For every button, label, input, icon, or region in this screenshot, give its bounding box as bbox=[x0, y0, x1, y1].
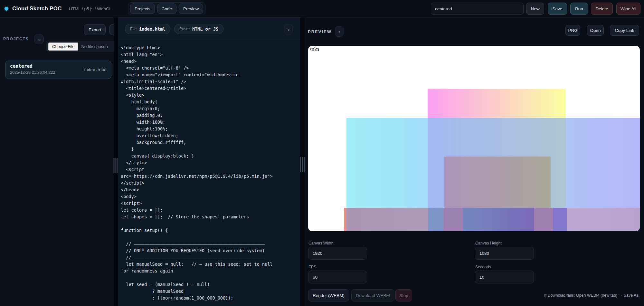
file-upload-control: Choose File No file chosen bbox=[46, 41, 114, 52]
download-fallback-note: If Download fails: Open WEBM (new tab) →… bbox=[544, 293, 639, 298]
preview-panel: PREVIEW › PNG Open Copy Link \n\n Canvas… bbox=[305, 17, 644, 306]
choose-file-button[interactable]: Choose File bbox=[48, 43, 78, 51]
drag-grip-icon bbox=[300, 157, 305, 172]
tab-projects[interactable]: Projects bbox=[130, 4, 155, 14]
fps-input[interactable] bbox=[308, 271, 367, 283]
paste-tab-value: HTML or JS bbox=[192, 26, 218, 32]
seconds-input[interactable] bbox=[475, 271, 534, 283]
project-name-input[interactable] bbox=[431, 3, 524, 15]
paste-tab-label: Paste bbox=[179, 27, 190, 31]
tab-preview[interactable]: Preview bbox=[179, 4, 203, 14]
save-button[interactable]: Save bbox=[548, 3, 567, 15]
drag-grip-icon bbox=[114, 158, 118, 173]
fps-label: FPS bbox=[308, 265, 316, 269]
stop-button[interactable]: Stop bbox=[395, 289, 412, 301]
project-list-item[interactable]: centered 2025-12-28 21:26:04.222 index.h… bbox=[5, 61, 111, 79]
projects-sidebar: Export Import PROJECTS ‹ Choose File No … bbox=[0, 17, 114, 306]
wipe-all-button[interactable]: Wipe All bbox=[616, 3, 640, 15]
projects-heading: PROJECTS bbox=[3, 37, 29, 41]
file-tab[interactable]: File index.html bbox=[125, 24, 170, 34]
canvas-height-label: Canvas Height bbox=[475, 241, 502, 245]
canvas-shape-strip-seg-4 bbox=[463, 208, 534, 231]
app-root: Cloud Sketch POC HTML / p5.js / WebGL Pr… bbox=[0, 0, 644, 306]
sidebar-collapse-button[interactable]: ‹ bbox=[34, 34, 44, 44]
chevron-right-icon: › bbox=[338, 29, 340, 34]
delete-button[interactable]: Delete bbox=[591, 3, 613, 15]
code-resize-handle[interactable] bbox=[300, 17, 305, 306]
run-button[interactable]: Run bbox=[570, 3, 588, 15]
file-tab-label: File bbox=[130, 27, 137, 31]
import-button[interactable]: Import bbox=[109, 24, 114, 35]
canvas-shape-strip-seg-2 bbox=[428, 208, 443, 231]
project-item-name: centered bbox=[10, 63, 33, 69]
code-editor-panel: File index.html Paste HTML or JS ‹ <!doc… bbox=[118, 17, 300, 306]
canvas-newline-text: \n\n bbox=[310, 46, 319, 52]
preview-expand-button[interactable]: › bbox=[335, 26, 344, 37]
paste-tab[interactable]: Paste HTML or JS bbox=[174, 24, 223, 34]
view-tab-group: Projects Code Preview bbox=[128, 2, 205, 15]
code-editor-header: File index.html Paste HTML or JS ‹ bbox=[118, 17, 300, 39]
canvas-width-label: Canvas Width bbox=[308, 241, 334, 245]
canvas-shape-strip-seg-5 bbox=[534, 208, 553, 231]
new-button[interactable]: New bbox=[526, 3, 544, 15]
seconds-label: Seconds bbox=[475, 265, 491, 269]
code-collapse-button[interactable]: ‹ bbox=[284, 24, 293, 34]
canvas-width-input[interactable] bbox=[308, 247, 367, 260]
render-webm-button[interactable]: Render (WEBM) bbox=[308, 289, 349, 301]
download-webm-button[interactable]: Download WEBM bbox=[351, 289, 394, 301]
canvas-shape-strip-seg-3 bbox=[443, 208, 463, 231]
project-item-timestamp: 2025-12-28 21:26:04.222 bbox=[10, 70, 55, 75]
sidebar-resize-handle[interactable] bbox=[114, 17, 118, 306]
app-title: Cloud Sketch POC bbox=[12, 5, 62, 12]
sketch-preview-canvas: \n\n bbox=[308, 46, 640, 231]
code-editor-content[interactable]: <!doctype html> <html lang="en"> <head> … bbox=[121, 44, 298, 301]
chevron-left-icon: ‹ bbox=[38, 37, 40, 42]
canvas-shape-strip-seg-1 bbox=[346, 208, 428, 231]
export-button[interactable]: Export bbox=[84, 24, 106, 35]
brand-dot-icon bbox=[5, 7, 8, 11]
file-tab-value: index.html bbox=[139, 26, 165, 32]
top-bar: Cloud Sketch POC HTML / p5.js / WebGL Pr… bbox=[0, 0, 644, 17]
app-subtitle: HTML / p5.js / WebGL bbox=[69, 6, 112, 11]
chevron-left-icon: ‹ bbox=[288, 26, 289, 32]
canvas-shape-strip-seg-7 bbox=[567, 208, 640, 231]
file-status-text: No file chosen bbox=[81, 44, 108, 49]
png-button[interactable]: PNG bbox=[565, 25, 580, 36]
project-item-filename: index.html bbox=[83, 67, 107, 72]
preview-heading: PREVIEW bbox=[308, 29, 332, 34]
canvas-shape-inner-mauve-overlay bbox=[444, 157, 551, 208]
copy-link-button[interactable]: Copy Link bbox=[610, 25, 639, 36]
open-button[interactable]: Open bbox=[587, 25, 604, 36]
canvas-shape-strip-seg-6 bbox=[553, 208, 567, 231]
canvas-height-input[interactable] bbox=[475, 247, 534, 260]
tab-code[interactable]: Code bbox=[157, 4, 176, 14]
